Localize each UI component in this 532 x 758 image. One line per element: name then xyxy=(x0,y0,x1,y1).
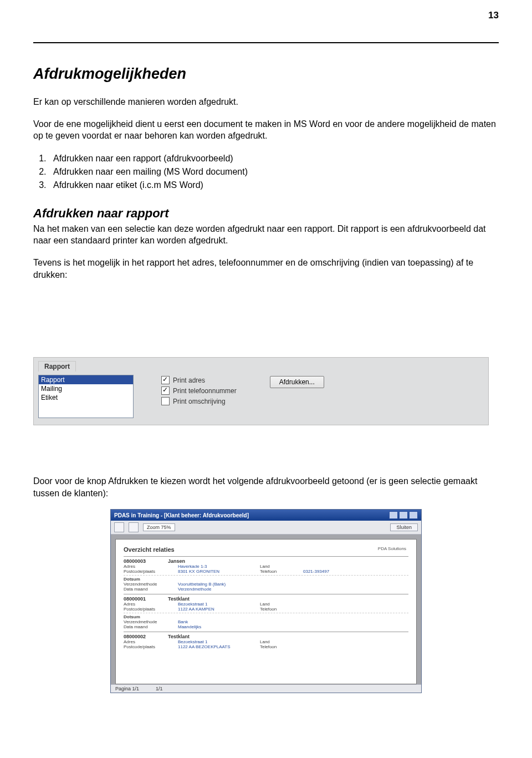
checkbox-icon xyxy=(161,386,170,395)
record-id: 08000001 xyxy=(124,596,146,602)
record-name: Testklant xyxy=(168,596,190,602)
page-header-right: PDA Solutions xyxy=(378,546,406,551)
print-icon[interactable] xyxy=(114,522,124,532)
field-label: Data maand xyxy=(124,587,168,592)
listbox-item-selected[interactable]: Rapport xyxy=(39,375,133,384)
field-value: Bank xyxy=(178,619,250,624)
report-record: 08000003 Jansen Adres Haverkade 1-3 Land… xyxy=(124,556,408,594)
report-record: 08000002 Testklant Adres Bezoekstraat 1 … xyxy=(124,632,408,652)
listbox-item[interactable]: Mailing xyxy=(39,384,133,393)
checkbox-icon xyxy=(161,376,170,384)
page-setup-icon[interactable] xyxy=(129,522,139,532)
print-options-list: Afdrukken naar een rapport (afdrukvoorbe… xyxy=(49,152,499,192)
field-label: Adres xyxy=(124,564,168,569)
status-page-left: Pagina 1/1 xyxy=(115,686,139,691)
field-label: Adres xyxy=(124,602,168,607)
field-label: Land xyxy=(260,639,293,644)
field-value xyxy=(303,607,359,612)
record-name: Jansen xyxy=(168,558,185,564)
listbox-item[interactable]: Etiket xyxy=(39,393,133,402)
close-icon[interactable] xyxy=(409,511,418,519)
minimize-icon[interactable] xyxy=(389,511,398,519)
preview-toolbar: Zoom 75% Sluiten xyxy=(111,521,421,535)
list-item: Afdrukken naar etiket (i.c.m MS Word) xyxy=(49,179,499,192)
tab-rapport[interactable]: Rapport xyxy=(38,361,76,372)
field-label: Postcode/plaats xyxy=(124,569,168,574)
checkbox-print-telefoon[interactable]: Print telefoonnummer xyxy=(161,386,237,395)
page-number: 13 xyxy=(488,10,499,21)
checkbox-label: Print adres xyxy=(173,377,205,384)
zoom-dropdown[interactable]: Zoom 75% xyxy=(143,523,175,531)
field-value xyxy=(303,644,359,649)
preview-page: PDA Solutions Overzicht relaties 0800000… xyxy=(115,539,417,684)
window-titlebar: PDAS in Training - [Klant beheer: Afdruk… xyxy=(111,510,421,521)
maximize-icon[interactable] xyxy=(399,511,408,519)
record-id: 08000002 xyxy=(124,634,146,639)
preview-statusbar: Pagina 1/1 1/1 xyxy=(111,684,421,693)
sub-heading: Dotsum xyxy=(124,577,140,582)
output-type-listbox[interactable]: Rapport Mailing Etiket xyxy=(38,375,134,418)
field-label: Telefoon xyxy=(260,607,293,612)
print-preview-window: PDAS in Training - [Klant beheer: Afdruk… xyxy=(110,509,422,693)
afdrukken-button[interactable]: Afdrukken... xyxy=(270,376,324,388)
field-label: Verzendmethode xyxy=(124,619,168,624)
intro-paragraph-2: Voor de ene mogelijkheid dient u eerst e… xyxy=(33,118,499,142)
field-value: 1122 AA KAMPEN xyxy=(178,607,250,612)
checkbox-print-adres[interactable]: Print adres xyxy=(161,376,237,384)
status-page-right: 1/1 xyxy=(156,686,163,691)
heading-afdrukmogelijkheden: Afdrukmogelijkheden xyxy=(33,65,499,83)
field-label: Adres xyxy=(124,639,168,644)
top-rule xyxy=(33,42,499,43)
close-preview-button[interactable]: Sluiten xyxy=(390,523,418,531)
preview-canvas: PDA Solutions Overzicht relaties 0800000… xyxy=(111,535,421,684)
field-label: Land xyxy=(260,564,293,569)
field-value: 0321-393497 xyxy=(303,569,359,574)
print-options-panel: Rapport Rapport Mailing Etiket Print adr… xyxy=(33,357,489,425)
field-value: Haverkade 1-3 xyxy=(178,564,250,569)
field-label: Telefoon xyxy=(260,569,293,574)
checkbox-label: Print telefoonnummer xyxy=(173,387,237,395)
field-label: Data maand xyxy=(124,624,168,629)
field-value xyxy=(303,564,359,569)
field-value: 1122 AA BEZOEKPLAATS xyxy=(178,644,250,649)
section-paragraph-2: Tevens is het mogelijk in het rapport he… xyxy=(33,257,499,281)
report-title: Overzicht relaties xyxy=(124,546,408,553)
list-item: Afdrukken naar een mailing (MS Word docu… xyxy=(49,165,499,179)
field-label: Land xyxy=(260,602,293,607)
checkbox-label: Print omschrijving xyxy=(173,398,226,405)
record-id: 08000003 xyxy=(124,558,146,564)
field-label: Postcode/plaats xyxy=(124,644,168,649)
print-fields-checkboxes: Print adres Print telefoonnummer Print o… xyxy=(161,376,237,405)
checkbox-print-omschrijving[interactable]: Print omschrijving xyxy=(161,397,237,405)
list-item: Afdrukken naar een rapport (afdrukvoorbe… xyxy=(49,152,499,165)
heading-afdrukken-naar-rapport: Afdrukken naar rapport xyxy=(33,206,499,221)
field-value: Maandelijks xyxy=(178,624,250,629)
record-name: Testklant xyxy=(168,634,190,639)
report-record: 08000001 Testklant Adres Bezoekstraat 1 … xyxy=(124,594,408,632)
field-label: Verzendmethode xyxy=(124,582,168,587)
field-value: Verzendmethode xyxy=(178,587,250,592)
field-value: Vooruitbetaling B (Bank) xyxy=(178,582,250,587)
field-label: Telefoon xyxy=(260,644,293,649)
window-title: PDAS in Training - [Klant beheer: Afdruk… xyxy=(114,512,249,518)
field-value: 8301 KX GRONITEN xyxy=(178,569,250,574)
checkbox-icon xyxy=(161,397,170,405)
intro-paragraph-1: Er kan op verschillende manieren worden … xyxy=(33,96,499,108)
field-value xyxy=(303,602,359,607)
paragraph-after-panel: Door voor de knop Afdrukken te kiezen wo… xyxy=(33,475,499,499)
section-paragraph-1: Na het maken van een selectie kan deze w… xyxy=(33,223,499,247)
field-value: Bezoekstraat 1 xyxy=(178,602,250,607)
sub-heading: Dotsum xyxy=(124,614,140,619)
field-value xyxy=(303,639,359,644)
field-value: Bezoekstraat 1 xyxy=(178,639,250,644)
field-label: Postcode/plaats xyxy=(124,607,168,612)
